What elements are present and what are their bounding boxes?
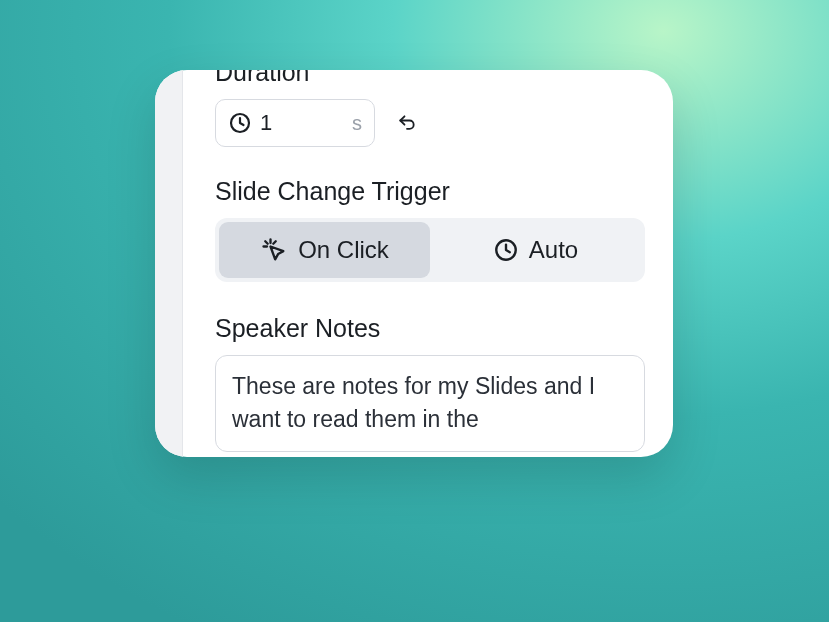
settings-card: Duration 1 s S (155, 70, 673, 457)
speaker-notes-textarea[interactable]: These are notes for my Slides and I want… (215, 355, 645, 452)
reset-button[interactable] (393, 109, 421, 137)
auto-label: Auto (529, 236, 578, 264)
undo-icon (397, 113, 417, 133)
duration-label: Duration (215, 70, 653, 87)
trigger-auto-button[interactable]: Auto (430, 222, 641, 278)
click-icon (260, 236, 288, 264)
duration-value: 1 (260, 110, 344, 136)
clock-icon (493, 237, 519, 263)
clock-icon (228, 111, 252, 135)
sidebar-edge (155, 70, 183, 457)
speaker-notes-label: Speaker Notes (215, 314, 653, 343)
trigger-on-click-button[interactable]: On Click (219, 222, 430, 278)
trigger-segmented-control: On Click Auto (215, 218, 645, 282)
speaker-notes-content: These are notes for my Slides and I want… (232, 373, 595, 432)
on-click-label: On Click (298, 236, 389, 264)
duration-unit: s (352, 112, 362, 135)
duration-input[interactable]: 1 s (215, 99, 375, 147)
trigger-label: Slide Change Trigger (215, 177, 653, 206)
